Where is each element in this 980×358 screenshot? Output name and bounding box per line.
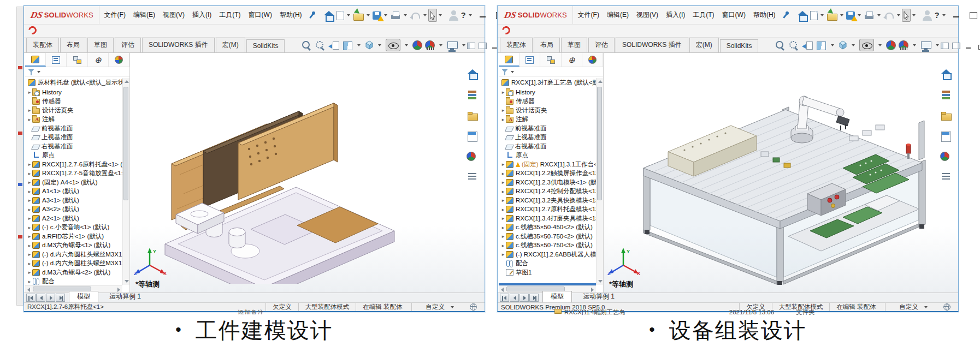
expand-arrow-icon[interactable]: ▸ [27,243,32,248]
home-icon[interactable] [940,69,952,80]
tree-item[interactable]: ▸ 配合 [27,277,122,285]
view-palette-icon[interactable] [467,131,479,142]
motion-study-tab[interactable]: 运动算例 1 [575,291,622,302]
menu-item[interactable]: 编辑(E) [603,10,633,20]
tree-item[interactable]: 上视基准面 [500,133,596,142]
dropdown-caret-icon[interactable] [877,14,881,16]
tree-item[interactable]: ▸ 设计活页夹 [500,106,596,115]
menu-item[interactable]: 工具(T) [215,10,244,20]
select-tool-button[interactable] [428,9,437,22]
dropdown-caret-icon[interactable] [462,44,465,46]
open-icon[interactable] [353,10,364,21]
tree-item[interactable]: ▸ (-) d.内六角圆柱头螺丝M3X12 [27,250,122,259]
help-button[interactable]: ? [935,10,940,20]
expand-arrow-icon[interactable]: ▸ [500,90,506,95]
pin-icon[interactable] [782,10,789,20]
dropdown-caret-icon[interactable] [405,44,408,46]
tree-item[interactable]: ▸ (-) RXCX[1].2.6ABB机器人模块< [500,250,596,259]
print-icon[interactable] [864,10,875,21]
expand-arrow-icon[interactable]: ▸ [27,108,32,113]
scroll-up-icon[interactable] [598,80,603,83]
scrollbar-thumb[interactable] [123,87,128,200]
document-minimize-button[interactable] [964,41,973,50]
view-cube-icon[interactable] [365,40,374,50]
select-tool-button[interactable] [902,9,911,22]
tree-vertical-scrollbar[interactable] [122,78,129,285]
menu-item[interactable]: 文件(F) [101,10,129,20]
tab-propertymanager[interactable] [519,53,540,67]
scroll-left-icon[interactable] [501,288,504,292]
status-customize[interactable]: 自定义 [411,303,450,311]
last-tab-button[interactable] [56,294,65,302]
dropdown-caret-icon[interactable] [897,14,900,16]
expand-arrow-icon[interactable]: ▸ [500,225,506,230]
tree-item[interactable]: ▸ (-) d.内六角圆柱头螺丝M3X12 [27,259,122,268]
tree-item[interactable]: 前视基准面 [500,124,596,133]
ribbon-tab[interactable]: 布局 [60,38,86,52]
view-settings-icon[interactable] [920,39,931,51]
expand-arrow-icon[interactable]: ▸ [27,198,32,203]
zoom-area-icon[interactable] [315,39,326,51]
tab-displaymanager[interactable] [582,53,603,67]
file-explorer-icon[interactable] [467,110,479,121]
dropdown-caret-icon[interactable] [924,306,928,308]
dropdown-caret-icon[interactable] [852,44,855,46]
expand-arrow-icon[interactable]: ▸ [27,261,32,266]
expand-arrow-icon[interactable]: ▸ [27,252,32,257]
undo-icon[interactable] [883,10,894,21]
dropdown-caret-icon[interactable] [439,44,442,46]
tree-item[interactable]: ▸ A1<1> (默认) [27,187,122,196]
tree-item[interactable]: 传感器 [27,97,122,106]
ribbon-tab[interactable]: 宏(M) [689,38,719,52]
dropdown-caret-icon[interactable] [913,44,916,46]
dropdown-caret-icon[interactable] [831,44,834,46]
ribbon-tab[interactable]: 装配体 [26,38,59,52]
expand-arrow-icon[interactable]: ▸ [27,207,32,212]
previous-tab-button[interactable] [36,294,45,302]
scrollbar-thumb[interactable] [597,87,602,200]
expand-arrow-icon[interactable]: ▸ [500,171,506,176]
tab-displaymanager[interactable] [109,53,129,67]
menu-item[interactable]: 编辑(E) [129,10,159,20]
ribbon-tab[interactable]: SOLIDWORKS 插件 [142,38,215,52]
expand-arrow-icon[interactable]: ▸ [27,225,32,230]
apply-scene-icon[interactable] [899,40,908,50]
tree-item[interactable]: ▸ d.M3六角螺母<2> (默认) [27,268,122,277]
dropdown-caret-icon[interactable] [936,44,939,46]
scroll-down-icon[interactable] [125,280,129,283]
new-document-icon[interactable] [336,11,344,20]
maximize-button[interactable] [965,8,980,22]
expand-arrow-icon[interactable]: ▸ [500,117,506,122]
hide-show-items-icon[interactable] [386,39,400,51]
dropdown-caret-icon[interactable] [942,14,946,16]
pin-icon[interactable] [308,10,316,20]
tree-vertical-scrollbar[interactable] [596,78,603,285]
custom-properties-icon[interactable] [940,171,952,182]
dropdown-caret-icon[interactable] [404,14,407,16]
model-tab[interactable]: 模型 [542,291,572,302]
tree-item[interactable]: ▸ A3<2> (默认) [27,205,122,214]
expand-arrow-icon[interactable]: ▸ [500,189,506,194]
tree-item[interactable]: ▸ A2<1> (默认) [27,214,122,223]
right-pane-toggle-icon[interactable] [479,43,487,49]
minimize-button[interactable] [475,8,491,22]
tree-item[interactable]: ▸ (固定) A4<1> (默认) [27,178,122,187]
menu-item[interactable]: 视图(V) [633,10,662,20]
help-button[interactable]: ? [461,10,466,20]
tree-item[interactable]: ▸ c.线槽35×50-450<2> (默认) [500,223,596,232]
tree-item[interactable]: 传感器 [500,97,596,106]
tree-item[interactable]: ▸ 注解 [500,115,596,124]
tree-item[interactable]: ▸ History [500,88,596,97]
expand-arrow-icon[interactable]: ▸ [27,234,32,239]
solidkits-icon[interactable] [500,25,512,36]
ribbon-tab[interactable]: 装配体 [500,38,533,52]
tree-item[interactable]: 右视基准面 [27,142,122,151]
left-pane-toggle-icon[interactable] [467,43,475,49]
ribbon-tab[interactable]: SolidKits [720,39,759,52]
save-icon[interactable] [373,11,381,20]
menu-item[interactable]: 帮助(H) [749,10,780,20]
dropdown-caret-icon[interactable] [439,14,442,16]
dropdown-caret-icon[interactable] [451,306,454,308]
tree-item[interactable]: ▸ c.线槽35×50-750<3> (默认) [500,241,596,250]
next-tab-button[interactable] [519,294,529,302]
